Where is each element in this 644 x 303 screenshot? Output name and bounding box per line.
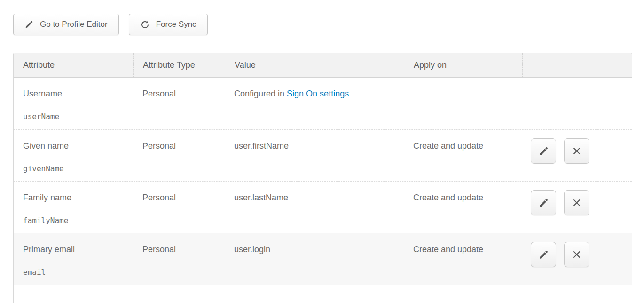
value-cell: user.firstName bbox=[225, 130, 404, 181]
attribute-type-text: Personal bbox=[142, 89, 176, 98]
apply-on-cell bbox=[404, 78, 522, 129]
value-prefix-text: Configured in bbox=[234, 89, 287, 98]
column-header-attribute-type: Attribute Type bbox=[133, 53, 225, 77]
value-cell: user.lastName bbox=[225, 182, 404, 233]
apply-on-text: Create and update bbox=[413, 245, 483, 254]
column-header-actions bbox=[522, 53, 632, 77]
go-to-profile-editor-label: Go to Profile Editor bbox=[40, 20, 108, 29]
attribute-variable-name: email bbox=[23, 268, 126, 277]
force-sync-button[interactable]: Force Sync bbox=[129, 14, 208, 35]
column-header-apply-on: Apply on bbox=[404, 53, 522, 77]
attribute-label: Username bbox=[23, 89, 126, 99]
apply-on-text: Create and update bbox=[413, 141, 483, 151]
value-text: user.lastName bbox=[234, 193, 288, 202]
value-text: user.firstName bbox=[234, 141, 289, 151]
attribute-label: Primary email bbox=[23, 245, 126, 255]
refresh-icon bbox=[140, 20, 150, 30]
attribute-mapping-table: Attribute Attribute Type Value Apply on … bbox=[13, 53, 632, 303]
attribute-label: Family name bbox=[23, 193, 126, 203]
attribute-type-cell: Personal bbox=[133, 130, 225, 181]
attribute-variable-name: familyName bbox=[23, 216, 126, 225]
table-header-row: Attribute Attribute Type Value Apply on bbox=[14, 53, 632, 78]
attribute-cell: Family name familyName bbox=[14, 182, 133, 233]
actions-cell bbox=[522, 182, 632, 233]
column-header-attribute: Attribute bbox=[14, 53, 133, 77]
pencil-icon bbox=[538, 146, 549, 157]
pencil-icon bbox=[538, 198, 549, 208]
close-icon bbox=[572, 249, 582, 260]
attribute-variable-name: userName bbox=[23, 112, 126, 121]
force-sync-label: Force Sync bbox=[156, 20, 196, 29]
apply-on-cell: Create and update bbox=[404, 182, 522, 233]
partial-next-row bbox=[14, 285, 632, 303]
attribute-cell: Primary email email bbox=[14, 233, 133, 285]
edit-attribute-button[interactable] bbox=[531, 138, 556, 164]
go-to-profile-editor-button[interactable]: Go to Profile Editor bbox=[13, 14, 119, 35]
value-cell: user.login bbox=[225, 233, 404, 285]
apply-on-cell: Create and update bbox=[404, 233, 522, 285]
table-row: Username userName Personal Configured in… bbox=[14, 78, 632, 129]
close-icon bbox=[572, 198, 582, 208]
pencil-icon bbox=[538, 249, 549, 260]
edit-attribute-button[interactable] bbox=[531, 242, 556, 267]
actions-cell bbox=[522, 78, 632, 129]
toolbar: Go to Profile Editor Force Sync bbox=[0, 0, 644, 35]
attribute-type-text: Personal bbox=[142, 245, 176, 254]
delete-attribute-button[interactable] bbox=[564, 138, 589, 164]
close-icon bbox=[572, 146, 582, 156]
table-body: Username userName Personal Configured in… bbox=[14, 78, 632, 285]
attribute-variable-name: givenName bbox=[23, 164, 126, 173]
apply-on-cell: Create and update bbox=[404, 130, 522, 181]
table-row: Given name givenName Personal user.first… bbox=[14, 129, 632, 181]
attribute-label: Given name bbox=[23, 141, 126, 152]
attribute-type-text: Personal bbox=[142, 141, 176, 151]
attribute-type-cell: Personal bbox=[133, 233, 225, 285]
pencil-icon bbox=[24, 20, 34, 29]
column-header-value: Value bbox=[225, 53, 404, 77]
table-row: Primary email email Personal user.login … bbox=[14, 233, 632, 285]
delete-attribute-button[interactable] bbox=[564, 242, 589, 267]
attribute-type-cell: Personal bbox=[133, 78, 225, 129]
attribute-cell: Username userName bbox=[14, 78, 133, 129]
attribute-type-text: Personal bbox=[142, 193, 176, 202]
actions-cell bbox=[522, 233, 632, 285]
table-row: Family name familyName Personal user.las… bbox=[14, 181, 632, 233]
value-text: user.login bbox=[234, 245, 270, 254]
attribute-type-cell: Personal bbox=[133, 182, 225, 233]
apply-on-text: Create and update bbox=[413, 193, 483, 202]
value-cell: Configured in Sign On settings bbox=[225, 78, 404, 129]
edit-attribute-button[interactable] bbox=[531, 190, 556, 215]
attribute-cell: Given name givenName bbox=[14, 130, 133, 181]
actions-cell bbox=[522, 130, 632, 181]
sign-on-settings-link[interactable]: Sign On settings bbox=[287, 89, 349, 98]
delete-attribute-button[interactable] bbox=[564, 190, 589, 215]
